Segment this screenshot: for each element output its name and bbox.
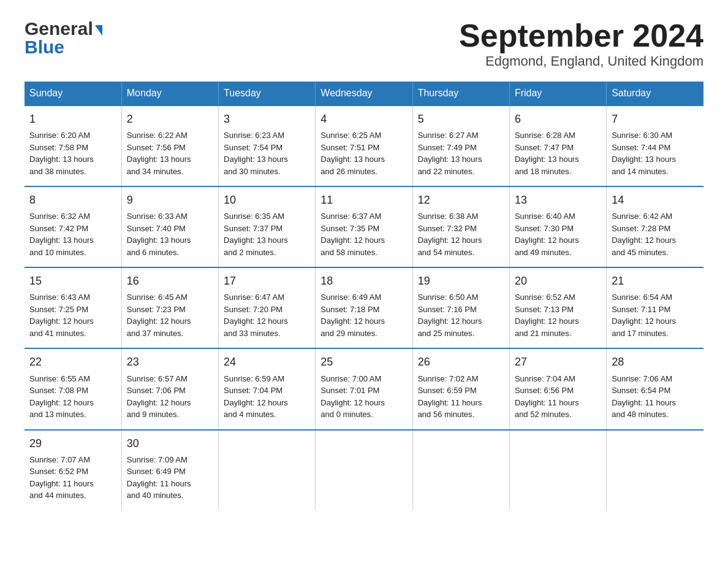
calendar-cell: 7Sunrise: 6:30 AM Sunset: 7:44 PM Daylig… — [607, 105, 703, 186]
day-info: Sunrise: 6:57 AM Sunset: 7:06 PM Dayligh… — [127, 373, 213, 421]
calendar-cell: 28Sunrise: 7:06 AM Sunset: 6:54 PM Dayli… — [607, 348, 703, 429]
day-number: 13 — [515, 192, 601, 208]
day-info: Sunrise: 6:37 AM Sunset: 7:35 PM Dayligh… — [320, 210, 407, 258]
day-info: Sunrise: 7:04 AM Sunset: 6:56 PM Dayligh… — [515, 373, 601, 421]
day-number: 12 — [418, 192, 504, 208]
calendar-cell: 9Sunrise: 6:33 AM Sunset: 7:40 PM Daylig… — [121, 186, 218, 267]
day-number: 21 — [612, 273, 699, 289]
calendar-cell: 15Sunrise: 6:43 AM Sunset: 7:25 PM Dayli… — [25, 267, 121, 348]
calendar-cell: 27Sunrise: 7:04 AM Sunset: 6:56 PM Dayli… — [509, 348, 606, 429]
day-info: Sunrise: 6:45 AM Sunset: 7:23 PM Dayligh… — [127, 291, 213, 339]
day-info: Sunrise: 6:30 AM Sunset: 7:44 PM Dayligh… — [612, 129, 699, 177]
day-info: Sunrise: 6:54 AM Sunset: 7:11 PM Dayligh… — [612, 291, 699, 339]
day-number: 3 — [224, 111, 310, 127]
day-info: Sunrise: 7:07 AM Sunset: 6:52 PM Dayligh… — [29, 454, 116, 502]
day-info: Sunrise: 6:55 AM Sunset: 7:08 PM Dayligh… — [29, 373, 116, 421]
day-info: Sunrise: 6:50 AM Sunset: 7:16 PM Dayligh… — [418, 291, 504, 339]
day-number: 11 — [320, 192, 407, 208]
calendar-header-saturday: Saturday — [607, 82, 703, 105]
day-number: 5 — [418, 111, 504, 127]
calendar-cell: 13Sunrise: 6:40 AM Sunset: 7:30 PM Dayli… — [509, 186, 606, 267]
day-info: Sunrise: 7:00 AM Sunset: 7:01 PM Dayligh… — [320, 373, 407, 421]
day-info: Sunrise: 6:40 AM Sunset: 7:30 PM Dayligh… — [515, 210, 601, 258]
calendar-cell: 20Sunrise: 6:52 AM Sunset: 7:13 PM Dayli… — [509, 267, 606, 348]
calendar-cell: 23Sunrise: 6:57 AM Sunset: 7:06 PM Dayli… — [121, 348, 218, 429]
calendar-cell: 19Sunrise: 6:50 AM Sunset: 7:16 PM Dayli… — [412, 267, 509, 348]
day-number: 14 — [612, 192, 699, 208]
day-number: 18 — [320, 273, 407, 289]
day-number: 9 — [127, 192, 213, 208]
calendar-cell: 5Sunrise: 6:27 AM Sunset: 7:49 PM Daylig… — [412, 105, 509, 186]
calendar-cell: 25Sunrise: 7:00 AM Sunset: 7:01 PM Dayli… — [316, 348, 412, 429]
day-info: Sunrise: 7:09 AM Sunset: 6:49 PM Dayligh… — [127, 454, 213, 502]
calendar-week-row: 22Sunrise: 6:55 AM Sunset: 7:08 PM Dayli… — [25, 348, 703, 429]
calendar-header-row: SundayMondayTuesdayWednesdayThursdayFrid… — [25, 82, 703, 105]
day-number: 16 — [127, 273, 213, 289]
day-number: 17 — [224, 273, 310, 289]
logo: General Blue — [25, 18, 102, 56]
day-info: Sunrise: 6:23 AM Sunset: 7:54 PM Dayligh… — [224, 129, 310, 177]
day-number: 29 — [29, 435, 116, 451]
calendar-cell: 1Sunrise: 6:20 AM Sunset: 7:58 PM Daylig… — [25, 105, 121, 186]
calendar-cell: 4Sunrise: 6:25 AM Sunset: 7:51 PM Daylig… — [316, 105, 412, 186]
day-number: 6 — [515, 111, 601, 127]
day-info: Sunrise: 6:49 AM Sunset: 7:18 PM Dayligh… — [320, 291, 407, 339]
calendar-cell: 29Sunrise: 7:07 AM Sunset: 6:52 PM Dayli… — [25, 430, 121, 510]
day-number: 15 — [29, 273, 116, 289]
calendar-cell: 26Sunrise: 7:02 AM Sunset: 6:59 PM Dayli… — [412, 348, 509, 429]
calendar-cell — [509, 430, 606, 510]
title-block: September 2024 Edgmond, England, United … — [459, 18, 703, 69]
day-info: Sunrise: 6:59 AM Sunset: 7:04 PM Dayligh… — [224, 373, 310, 421]
calendar-cell: 24Sunrise: 6:59 AM Sunset: 7:04 PM Dayli… — [219, 348, 316, 429]
calendar-cell: 3Sunrise: 6:23 AM Sunset: 7:54 PM Daylig… — [219, 105, 316, 186]
calendar-header-wednesday: Wednesday — [316, 82, 412, 105]
day-info: Sunrise: 6:27 AM Sunset: 7:49 PM Dayligh… — [418, 129, 504, 177]
calendar-cell — [316, 430, 412, 510]
page-subtitle: Edgmond, England, United Kingdom — [459, 53, 703, 69]
day-info: Sunrise: 7:06 AM Sunset: 6:54 PM Dayligh… — [612, 373, 699, 421]
day-info: Sunrise: 7:02 AM Sunset: 6:59 PM Dayligh… — [418, 373, 504, 421]
day-number: 19 — [418, 273, 504, 289]
day-info: Sunrise: 6:28 AM Sunset: 7:47 PM Dayligh… — [515, 129, 601, 177]
page-header: General Blue September 2024 Edgmond, Eng… — [25, 18, 703, 69]
calendar-cell: 22Sunrise: 6:55 AM Sunset: 7:08 PM Dayli… — [25, 348, 121, 429]
day-number: 8 — [29, 192, 116, 208]
day-number: 4 — [320, 111, 407, 127]
calendar-table: SundayMondayTuesdayWednesdayThursdayFrid… — [25, 82, 703, 510]
calendar-cell: 8Sunrise: 6:32 AM Sunset: 7:42 PM Daylig… — [25, 186, 121, 267]
day-info: Sunrise: 6:32 AM Sunset: 7:42 PM Dayligh… — [29, 210, 116, 258]
calendar-cell — [412, 430, 509, 510]
logo-blue: Blue — [25, 38, 64, 56]
day-number: 28 — [612, 354, 699, 370]
day-number: 26 — [418, 354, 504, 370]
day-info: Sunrise: 6:47 AM Sunset: 7:20 PM Dayligh… — [224, 291, 310, 339]
day-info: Sunrise: 6:20 AM Sunset: 7:58 PM Dayligh… — [29, 129, 116, 177]
calendar-week-row: 15Sunrise: 6:43 AM Sunset: 7:25 PM Dayli… — [25, 267, 703, 348]
logo-general: General — [25, 18, 93, 39]
logo-triangle-icon — [95, 25, 102, 36]
calendar-header-thursday: Thursday — [412, 82, 509, 105]
calendar-header-friday: Friday — [509, 82, 606, 105]
calendar-cell: 18Sunrise: 6:49 AM Sunset: 7:18 PM Dayli… — [316, 267, 412, 348]
day-info: Sunrise: 6:43 AM Sunset: 7:25 PM Dayligh… — [29, 291, 116, 339]
calendar-cell: 14Sunrise: 6:42 AM Sunset: 7:28 PM Dayli… — [607, 186, 703, 267]
calendar-cell: 6Sunrise: 6:28 AM Sunset: 7:47 PM Daylig… — [509, 105, 606, 186]
calendar-header-sunday: Sunday — [25, 82, 121, 105]
day-number: 24 — [224, 354, 310, 370]
calendar-cell: 30Sunrise: 7:09 AM Sunset: 6:49 PM Dayli… — [121, 430, 218, 510]
day-info: Sunrise: 6:22 AM Sunset: 7:56 PM Dayligh… — [127, 129, 213, 177]
day-number: 30 — [127, 435, 213, 451]
day-info: Sunrise: 6:52 AM Sunset: 7:13 PM Dayligh… — [515, 291, 601, 339]
day-info: Sunrise: 6:25 AM Sunset: 7:51 PM Dayligh… — [320, 129, 407, 177]
calendar-cell: 16Sunrise: 6:45 AM Sunset: 7:23 PM Dayli… — [121, 267, 218, 348]
calendar-cell: 17Sunrise: 6:47 AM Sunset: 7:20 PM Dayli… — [219, 267, 316, 348]
day-info: Sunrise: 6:33 AM Sunset: 7:40 PM Dayligh… — [127, 210, 213, 258]
calendar-cell: 2Sunrise: 6:22 AM Sunset: 7:56 PM Daylig… — [121, 105, 218, 186]
calendar-cell: 10Sunrise: 6:35 AM Sunset: 7:37 PM Dayli… — [219, 186, 316, 267]
day-number: 1 — [29, 111, 116, 127]
day-number: 20 — [515, 273, 601, 289]
day-number: 22 — [29, 354, 116, 370]
day-number: 27 — [515, 354, 601, 370]
day-info: Sunrise: 6:38 AM Sunset: 7:32 PM Dayligh… — [418, 210, 504, 258]
calendar-header-monday: Monday — [121, 82, 218, 105]
